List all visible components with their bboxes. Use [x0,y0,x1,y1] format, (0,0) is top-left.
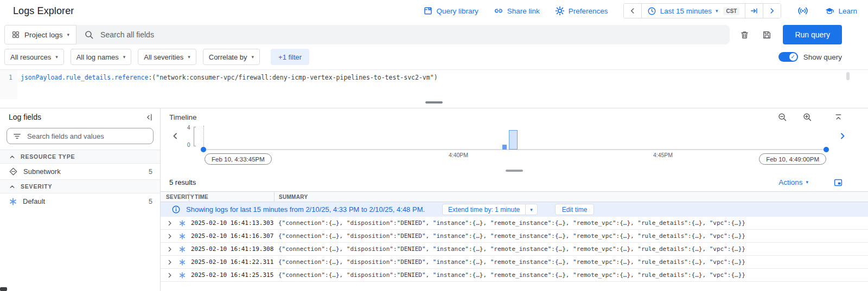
topbar-actions: Query library Share link Preferences [423,3,858,18]
log-timestamp: 2025-02-10 16:41:16.307 [191,232,273,240]
query-punct-token: :( [148,74,156,81]
log-row[interactable]: 2025-02-10 16:41:22.311 {"connection":{…… [161,256,868,269]
filter-bar: All resources ▾ All log names ▾ All seve… [0,47,868,69]
stream-logs-button[interactable] [796,4,809,17]
correlate-by-dropdown[interactable]: Correlate by ▾ [203,49,260,65]
extend-time-button[interactable]: Extend time by: 1 minute [442,204,525,215]
range-start-chip[interactable]: Feb 10, 4:33:45PM [205,153,272,165]
log-row[interactable]: 2025-02-10 16:41:16.307 {"connection":{…… [161,230,868,243]
time-skip-to-now-button[interactable] [745,4,763,18]
timeline-pan-left-button[interactable] [169,130,181,142]
range-end-chip[interactable]: Feb 10, 4:49:00PM [759,153,826,165]
chevron-up-icon [9,183,16,190]
open-results-new-page-button[interactable] [832,177,844,189]
log-row[interactable]: 2025-02-10 16:41:19.308 {"connection":{…… [161,243,868,256]
timeline-bar[interactable] [509,130,518,150]
log-row[interactable]: 2025-02-10 16:41:25.315 {"connection":{…… [161,269,868,282]
extend-time-options-button[interactable]: ▾ [525,204,538,215]
scrollbar-thumb-bottom[interactable] [0,287,7,291]
all-resources-dropdown[interactable]: All resources ▾ [4,49,64,65]
time-range-label: Last 15 minutes [660,7,712,15]
section-severity[interactable]: SEVERITY [0,179,160,193]
query-library-icon [423,6,433,16]
severity-default-icon [178,245,187,253]
log-summary: {"connection":{…}, "disposition":"DENIED… [278,271,868,279]
field-item-default-severity[interactable]: Default 5 [0,193,160,209]
scope-selector-button[interactable]: Project logs ▾ [4,25,76,44]
field-item-label: Subnetwork [23,167,61,176]
chevron-right-icon [768,7,776,15]
added-filter-chip[interactable]: +1 filter [271,49,309,65]
time-tick-label: 4:40PM [439,152,477,158]
field-item-subnetwork[interactable]: Subnetwork 5 [0,164,160,179]
save-query-button[interactable] [760,28,774,42]
scope-icon [11,30,20,39]
all-severities-dropdown[interactable]: All severities ▾ [138,49,196,65]
page-title: Logs Explorer [13,5,74,17]
query-field-token: jsonPayload.rule_details.reference [21,74,148,81]
actions-menu-button[interactable]: Actions ▾ [775,178,812,187]
field-item-label: Default [23,197,45,205]
learn-icon [825,6,834,16]
learn-button[interactable]: Learn [825,6,857,16]
timeline-bar[interactable] [502,145,507,150]
extend-time-split-button: Extend time by: 1 minute ▾ [442,204,538,215]
expand-row-icon[interactable] [166,258,175,266]
trash-icon [739,30,750,40]
column-header-summary: SUMMARY [274,192,868,202]
drag-handle[interactable] [425,101,443,104]
time-forward-button[interactable] [763,4,781,18]
chevron-down-icon: ▾ [123,55,126,60]
range-end-handle[interactable] [824,147,829,152]
expand-row-icon[interactable] [166,245,175,253]
learn-label: Learn [838,7,857,15]
share-link-button[interactable]: Share link [494,6,540,16]
query-editor[interactable]: 1 jsonPayload.rule_details.reference:("n… [0,69,868,99]
zoom-out-button[interactable] [776,111,788,123]
search-all-fields-input[interactable] [99,30,722,40]
collapse-log-fields-button[interactable] [143,112,155,123]
results-header: 5 results Actions ▾ [161,173,868,191]
editor-resize-divider [0,101,868,108]
expand-row-icon[interactable] [166,219,175,227]
scrollbar-thumb[interactable] [846,72,850,80]
range-start-handle[interactable] [201,147,206,152]
search-icon [84,30,94,40]
timeline-chart[interactable]: 4 0 4:40PM 4:45PM Feb 10, 4:33:45PM Feb … [161,126,868,168]
gear-icon [555,6,565,16]
link-icon [494,6,503,16]
expand-row-icon[interactable] [166,232,175,240]
fields-search [7,128,154,144]
expand-row-icon[interactable] [166,271,175,279]
query-library-button[interactable]: Query library [423,6,478,16]
edit-time-button[interactable]: Edit time [555,204,595,215]
time-back-button[interactable] [624,4,641,18]
time-range-selector[interactable]: Last 15 minutes ▾ CST [641,4,745,18]
log-fields-panel: Log fields RESOURCE TYPE [0,108,161,291]
line-number: 1 [0,70,17,99]
all-log-names-dropdown[interactable]: All log names ▾ [71,49,132,65]
log-fields-title: Log fields [9,113,41,121]
fields-search-input[interactable] [26,132,148,141]
run-query-button[interactable]: Run query [783,25,842,44]
log-summary: {"connection":{…}, "disposition":"DENIED… [278,232,868,240]
chevron-left-icon [170,131,180,141]
drag-handle[interactable] [506,170,523,172]
query-text[interactable]: jsonPayload.rule_details.reference:("net… [17,70,438,99]
log-row[interactable]: 2025-02-10 16:41:13.303 {"connection":{…… [161,217,868,230]
chevron-up-icon [9,153,16,160]
query-library-label: Query library [437,7,478,15]
toggle-switch-on[interactable]: ✓ [778,52,798,62]
timeline-header: Timeline [161,108,868,126]
timeline-pan-right-button[interactable] [837,130,848,142]
clear-query-button[interactable] [737,28,752,42]
severity-default-icon [178,271,187,279]
zoom-in-button[interactable] [801,111,813,123]
section-resource-type[interactable]: RESOURCE TYPE [0,150,160,164]
time-navigation-group: Last 15 minutes ▾ CST [623,3,782,18]
preferences-button[interactable]: Preferences [555,6,608,16]
log-summary: {"connection":{…}, "disposition":"DENIED… [278,245,868,253]
results-panel: Timeline [161,108,868,291]
collapse-timeline-button[interactable] [833,112,844,123]
show-query-toggle[interactable]: ✓ Show query [778,52,842,62]
